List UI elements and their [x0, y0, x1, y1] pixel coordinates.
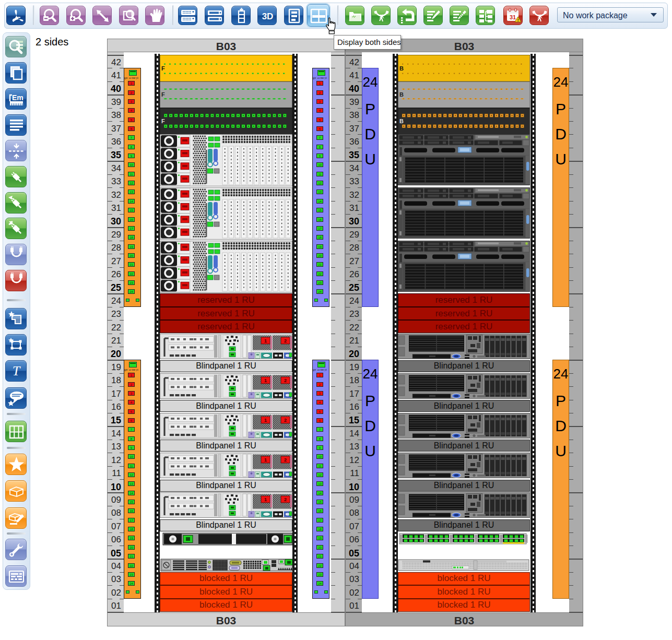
svg-text:F: F [161, 65, 165, 72]
svg-text:B: B [399, 118, 404, 124]
svg-text:1: 1 [264, 378, 267, 383]
svg-text:B: B [399, 65, 404, 72]
svg-text:1: 1 [264, 338, 267, 343]
svg-text:31: 31 [510, 14, 516, 20]
svg-text:1: 1 [264, 457, 267, 463]
svg-text:!: ! [517, 18, 519, 22]
svg-text:2: 2 [284, 497, 287, 502]
svg-text:F: F [161, 92, 165, 98]
svg-text:2: 2 [284, 378, 287, 383]
svg-text:3D: 3D [262, 11, 274, 21]
svg-text:B: B [399, 92, 404, 98]
svg-text:2: 2 [284, 338, 287, 343]
svg-text:2: 2 [284, 457, 287, 463]
svg-text:1: 1 [264, 497, 267, 502]
svg-text:Em: Em [12, 93, 23, 102]
svg-text:2: 2 [284, 418, 287, 423]
svg-text:F: F [161, 118, 165, 124]
svg-text:T: T [13, 363, 21, 378]
svg-text:1: 1 [264, 418, 267, 423]
